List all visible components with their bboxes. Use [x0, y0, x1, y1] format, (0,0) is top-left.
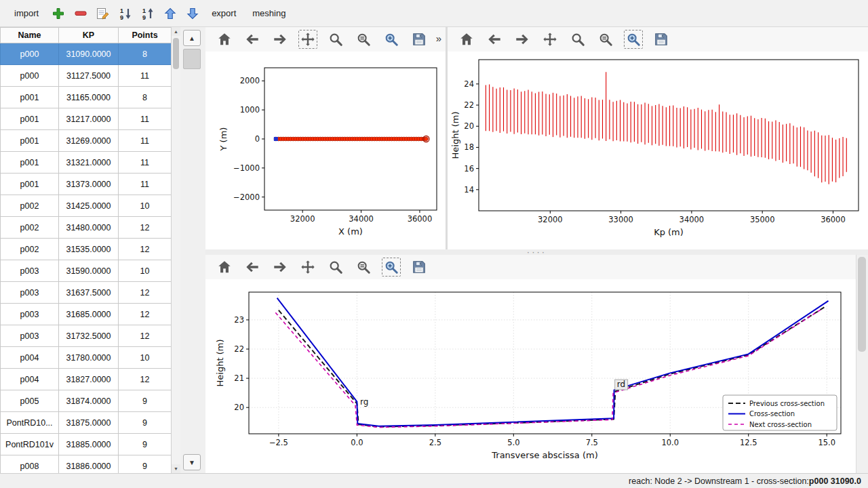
save-button[interactable]: [409, 257, 429, 277]
import-button[interactable]: import: [8, 5, 45, 22]
cell-name[interactable]: p008: [1, 455, 59, 474]
table-row[interactable]: p00131373.000011: [1, 174, 172, 195]
panel-scroll-down-button[interactable]: ▼: [183, 454, 201, 470]
cell-kp[interactable]: 31269.0000: [59, 130, 119, 152]
cell-points[interactable]: 11: [119, 65, 172, 87]
column-header-kp[interactable]: KP: [59, 28, 119, 43]
move-down-button[interactable]: [183, 4, 201, 22]
export-button[interactable]: export: [205, 5, 242, 22]
cell-name[interactable]: p001: [1, 174, 59, 195]
table-row[interactable]: p00331732.500012: [1, 325, 172, 347]
table-row[interactable]: p00131269.000011: [1, 130, 172, 152]
cell-name[interactable]: p003: [1, 304, 59, 325]
cell-kp[interactable]: 31780.0000: [59, 347, 119, 369]
cell-kp[interactable]: 31425.0000: [59, 195, 119, 217]
cell-points[interactable]: 9: [119, 434, 172, 455]
bottom-panel-scrollbar[interactable]: [856, 255, 868, 473]
subplots-button[interactable]: [595, 29, 616, 49]
cell-kp[interactable]: 31886.0000: [59, 455, 119, 474]
column-header-points[interactable]: Points: [119, 28, 172, 43]
panel-scrollbar-thumb[interactable]: [183, 49, 201, 69]
cell-kp[interactable]: 31321.0000: [59, 152, 119, 174]
scroll-down-arrow-icon[interactable]: ▼: [172, 464, 180, 473]
forward-button[interactable]: [270, 29, 290, 49]
scroll-up-arrow-icon[interactable]: ▲: [172, 27, 180, 36]
cell-kp[interactable]: 31090.0000: [59, 43, 119, 65]
horizontal-splitter[interactable]: ····: [205, 249, 868, 255]
cell-name[interactable]: p003: [1, 325, 59, 347]
cell-points[interactable]: 10: [119, 195, 172, 217]
cell-points[interactable]: 11: [119, 108, 172, 130]
back-button[interactable]: [484, 29, 505, 49]
table-row[interactable]: p00331590.000010: [1, 260, 172, 282]
cell-name[interactable]: PontRD101v: [1, 434, 59, 455]
cell-points[interactable]: 12: [119, 369, 172, 390]
table-row[interactable]: p00131321.000011: [1, 152, 172, 174]
table-row[interactable]: p00331685.000012: [1, 304, 172, 325]
table-row[interactable]: p00331637.500012: [1, 282, 172, 304]
save-button[interactable]: [651, 29, 671, 49]
table-row[interactable]: p00231535.000012: [1, 239, 172, 260]
table-row[interactable]: PontRD101v31885.00009: [1, 434, 172, 455]
panel-scrollbar[interactable]: ▲ ▼: [180, 27, 205, 473]
pan-button[interactable]: [540, 29, 560, 49]
cell-name[interactable]: p003: [1, 260, 59, 282]
table-row[interactable]: p00131165.00008: [1, 87, 172, 108]
cell-name[interactable]: p001: [1, 108, 59, 130]
cell-kp[interactable]: 31217.0000: [59, 108, 119, 130]
remove-cross-section-button[interactable]: [71, 4, 90, 22]
cell-name[interactable]: p004: [1, 347, 59, 369]
cell-name[interactable]: p001: [1, 130, 59, 152]
zoom-rect-button[interactable]: [381, 257, 401, 277]
table-row[interactable]: p00431827.000012: [1, 369, 172, 390]
cell-points[interactable]: 12: [119, 282, 172, 304]
cell-points[interactable]: 8: [119, 87, 172, 108]
back-button[interactable]: [242, 29, 262, 49]
zoom-button[interactable]: [326, 29, 346, 49]
cell-kp[interactable]: 31732.5000: [59, 325, 119, 347]
subplots-button[interactable]: [353, 257, 374, 277]
cell-name[interactable]: p002: [1, 217, 59, 239]
forward-button[interactable]: [512, 29, 532, 49]
longitudinal-profile-chart[interactable]: 3200033000340003500036000141618202224Kp …: [448, 52, 868, 249]
add-cross-section-button[interactable]: [49, 4, 67, 22]
save-button[interactable]: [409, 29, 429, 49]
home-button[interactable]: [214, 29, 235, 49]
cell-kp[interactable]: 31885.0000: [59, 434, 119, 455]
cell-name[interactable]: p000: [1, 65, 59, 87]
table-row[interactable]: p00431780.000010: [1, 347, 172, 369]
cell-name[interactable]: p002: [1, 195, 59, 217]
cell-points[interactable]: 11: [119, 174, 172, 195]
cell-kp[interactable]: 31685.0000: [59, 304, 119, 325]
cell-kp[interactable]: 31874.0000: [59, 390, 119, 412]
cell-name[interactable]: p001: [1, 152, 59, 174]
toolbar-overflow-chevron[interactable]: »: [434, 33, 443, 44]
sort-descending-button[interactable]: [116, 4, 134, 22]
cell-points[interactable]: 12: [119, 304, 172, 325]
cell-name[interactable]: p005: [1, 390, 59, 412]
edit-cross-section-button[interactable]: [94, 4, 112, 22]
table-row[interactable]: p00231425.000010: [1, 195, 172, 217]
cell-name[interactable]: p000: [1, 43, 59, 65]
table-row[interactable]: p00031090.00008: [1, 43, 172, 65]
cell-kp[interactable]: 31165.0000: [59, 87, 119, 108]
zoom-button[interactable]: [568, 29, 588, 49]
bottom-scrollbar-thumb[interactable]: [858, 257, 866, 352]
back-button[interactable]: [242, 257, 262, 277]
cell-points[interactable]: 11: [119, 130, 172, 152]
cell-name[interactable]: p002: [1, 239, 59, 260]
cell-name[interactable]: p003: [1, 282, 59, 304]
cell-points[interactable]: 9: [119, 455, 172, 474]
cell-points[interactable]: 8: [119, 43, 172, 65]
cell-kp[interactable]: 31875.0000: [59, 412, 119, 434]
cell-kp[interactable]: 31373.0000: [59, 174, 119, 195]
table-row[interactable]: p00831886.00009: [1, 455, 172, 474]
table-row[interactable]: p00131217.000011: [1, 108, 172, 130]
table-scrollbar-thumb[interactable]: [173, 38, 179, 69]
cell-kp[interactable]: 31127.5000: [59, 65, 119, 87]
pan-button[interactable]: [298, 29, 318, 49]
cell-points[interactable]: 11: [119, 152, 172, 174]
home-button[interactable]: [456, 29, 477, 49]
cell-points[interactable]: 12: [119, 325, 172, 347]
cell-points[interactable]: 12: [119, 217, 172, 239]
